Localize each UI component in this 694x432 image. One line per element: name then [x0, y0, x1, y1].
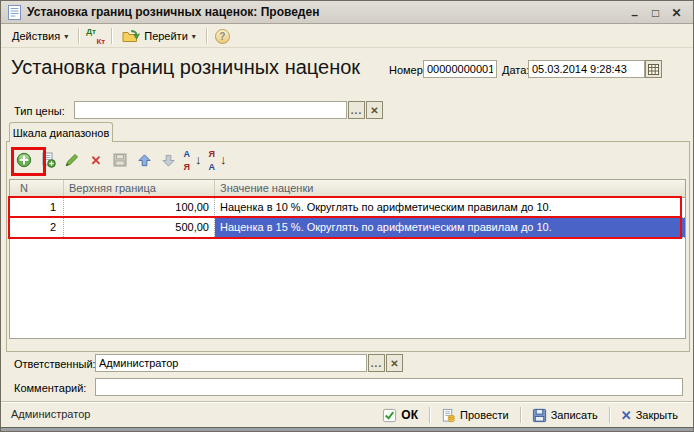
- main-toolbar: Действия ▾ Дт Кт Перейти ▾ ?: [1, 25, 693, 48]
- add-row-button[interactable]: [15, 151, 33, 169]
- sort-ascending-button[interactable]: А Я ↓: [183, 151, 201, 169]
- edit-pencil-icon: [64, 152, 80, 168]
- chevron-down-icon: ▾: [64, 32, 68, 41]
- comment-label: Комментарий:: [14, 382, 86, 394]
- chevron-down-icon: ▾: [192, 32, 196, 41]
- date-field[interactable]: [528, 60, 645, 78]
- page-title: Установка границ розничных наценок: [11, 56, 360, 79]
- toolbar-separator: [111, 28, 112, 44]
- delete-icon: ✕: [91, 153, 102, 168]
- table-row[interactable]: 2 500,00 Наценка в 15 %. Округлять по ар…: [10, 218, 685, 238]
- ranges-table: N Верхняя граница Значение наценки 1 100…: [9, 179, 686, 339]
- help-icon[interactable]: ?: [215, 29, 230, 44]
- date-label: Дата:: [502, 64, 529, 76]
- finish-editing-icon: [112, 152, 128, 168]
- cell-markup-value-selected[interactable]: Наценка в 15 %. Округлять по арифметичес…: [215, 218, 685, 237]
- copy-row-button[interactable]: [39, 151, 57, 169]
- responsible-field[interactable]: [95, 354, 367, 372]
- minimize-button[interactable]: –: [624, 8, 645, 22]
- cell-markup-value[interactable]: Наценка в 10 %. Округлять по арифметичес…: [215, 198, 685, 217]
- current-user: Администратор: [11, 408, 90, 420]
- price-type-field[interactable]: [74, 101, 347, 119]
- sort-za-icon: Я А ↓: [209, 152, 226, 169]
- close-window-button[interactable]: ✕: [666, 6, 687, 20]
- cell-upper-bound[interactable]: 500,00: [64, 218, 215, 237]
- calendar-grid-icon: [648, 64, 659, 75]
- toolbar-separator: [78, 28, 79, 44]
- calendar-button[interactable]: [645, 60, 662, 78]
- sort-az-icon: А Я ↓: [184, 152, 201, 169]
- price-type-clear-button[interactable]: ✕: [366, 101, 383, 119]
- comment-field[interactable]: [95, 378, 683, 396]
- status-bar: Администратор ОК: [1, 401, 693, 427]
- toolbar-separator: [206, 28, 207, 44]
- column-header-n[interactable]: N: [10, 180, 64, 197]
- actions-menu[interactable]: Действия ▾: [6, 28, 74, 44]
- goto-menu[interactable]: Перейти ▾: [116, 27, 202, 45]
- responsible-label: Ответственный:: [14, 358, 96, 370]
- window-bottom-frame: [1, 427, 693, 431]
- number-label: Номер:: [389, 64, 426, 76]
- move-down-button[interactable]: [159, 151, 177, 169]
- footer-separator: [520, 407, 521, 423]
- folder-goto-icon: [122, 29, 140, 43]
- price-type-label: Тип цены:: [14, 105, 65, 117]
- save-floppy-icon: [532, 408, 547, 423]
- cell-row-number[interactable]: 1: [10, 198, 64, 217]
- sort-descending-button[interactable]: Я А ↓: [208, 151, 226, 169]
- arrow-up-icon: [137, 153, 152, 168]
- delete-row-button[interactable]: ✕: [87, 151, 105, 169]
- edit-row-button[interactable]: [63, 151, 81, 169]
- post-document-icon: [441, 408, 456, 423]
- footer-separator: [429, 407, 430, 423]
- column-header-upper-bound[interactable]: Верхняя граница: [64, 180, 215, 197]
- footer-separator: [609, 407, 610, 423]
- responsible-clear-button[interactable]: ✕: [386, 354, 403, 372]
- maximize-button[interactable]: □: [645, 6, 666, 20]
- number-field[interactable]: [423, 60, 497, 78]
- table-row[interactable]: 1 100,00 Наценка в 10 %. Округлять по ар…: [10, 198, 685, 218]
- column-header-markup-value[interactable]: Значение наценки: [215, 180, 685, 197]
- post-button[interactable]: Провести: [434, 406, 516, 425]
- write-button[interactable]: Записать: [525, 406, 605, 425]
- price-type-select-button[interactable]: ...: [348, 101, 365, 119]
- tab-scale-ranges[interactable]: Шкала диапазонов: [9, 122, 113, 142]
- cell-row-number[interactable]: 2: [10, 218, 64, 237]
- copy-icon: [40, 152, 56, 168]
- add-icon: [16, 152, 32, 168]
- window-title: Установка границ розничных наценок: Пров…: [27, 1, 319, 24]
- ok-check-icon: [382, 408, 397, 423]
- ok-button[interactable]: ОК: [375, 406, 425, 425]
- arrow-down-icon: [161, 153, 176, 168]
- move-up-button[interactable]: [135, 151, 153, 169]
- document-icon: [8, 5, 21, 20]
- close-button[interactable]: ✕ Закрыть: [614, 406, 685, 425]
- cell-upper-bound[interactable]: 100,00: [64, 198, 215, 217]
- debit-credit-icon[interactable]: Дт Кт: [85, 28, 105, 45]
- title-bar: Установка границ розничных наценок: Пров…: [1, 1, 693, 24]
- document-window: Установка границ розничных наценок: Пров…: [0, 0, 694, 432]
- responsible-select-button[interactable]: ...: [368, 354, 385, 372]
- close-icon: ✕: [621, 408, 632, 423]
- table-header: N Верхняя граница Значение наценки: [10, 180, 685, 198]
- finish-editing-button[interactable]: [111, 151, 129, 169]
